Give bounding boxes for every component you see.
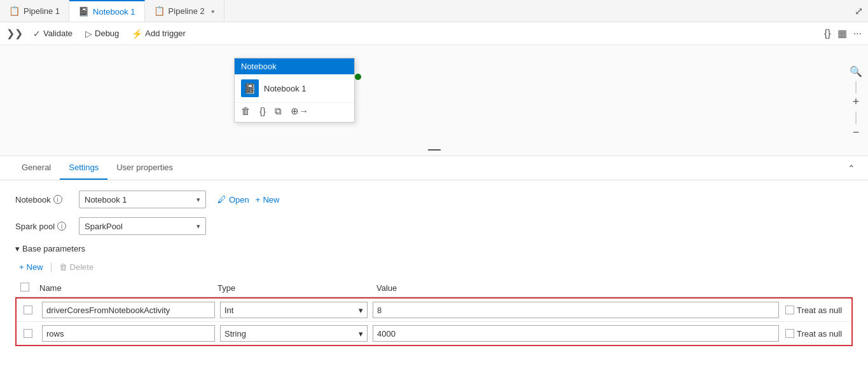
- collapse-panel-button[interactable]: ⌃: [848, 163, 855, 173]
- row1-type-chevron: ▾: [359, 306, 363, 315]
- delete-param-button[interactable]: 🗑 Delete: [55, 261, 98, 273]
- delete-param-label: Delete: [70, 262, 94, 272]
- tab-general-label: General: [22, 163, 51, 172]
- notebook-select-chevron: ▾: [196, 196, 200, 204]
- popup-header: Notebook: [235, 58, 354, 74]
- params-table: Name Type Value: [15, 279, 853, 297]
- row1-treat-null-checkbox[interactable]: [785, 306, 794, 314]
- validate-button[interactable]: ✓ Validate: [28, 26, 78, 41]
- tab-bar-actions: ⤢: [855, 5, 868, 17]
- toolbar: ❯❯ ✓ Validate ▷ Debug ⚡ Add trigger {} ▦…: [0, 22, 868, 45]
- tab-user-properties[interactable]: User properties: [107, 156, 182, 180]
- spark-pool-info-icon[interactable]: i: [57, 222, 66, 231]
- popup-notebook-name: Notebook 1: [264, 84, 307, 93]
- row1-name-input[interactable]: [42, 302, 215, 318]
- popup-actions: 🗑 {} ⧉ ⊕→: [235, 102, 354, 122]
- search-zoom-icon[interactable]: 🔍: [849, 64, 863, 78]
- base-params-header[interactable]: ▾ Base parameters: [15, 244, 853, 253]
- zoom-minus-icon[interactable]: −: [849, 125, 863, 139]
- row2-treat-null-label: Treat as null: [797, 329, 842, 339]
- restore-icon[interactable]: ⤢: [855, 5, 863, 17]
- row2-type-chevron: ▾: [359, 329, 363, 339]
- open-button[interactable]: 🖊 Open: [217, 194, 249, 205]
- delete-param-icon: 🗑: [59, 262, 67, 272]
- pipeline1-icon: 📋: [9, 6, 20, 16]
- row2-treat-null-checkbox[interactable]: [785, 329, 794, 338]
- zoom-plus-icon[interactable]: +: [849, 95, 863, 109]
- table-row: Int ▾ Treat as null: [17, 299, 851, 322]
- col-header-name: Name: [34, 279, 212, 297]
- notebook1-icon: 📓: [78, 6, 89, 17]
- row2-checkbox[interactable]: [24, 329, 32, 338]
- toolbar-right: {} ▦ ···: [824, 27, 862, 39]
- row1-checkbox[interactable]: [24, 306, 32, 314]
- params-toolbar: + New 🗑 Delete: [15, 261, 853, 273]
- tab-notebook1-label: Notebook 1: [93, 7, 135, 17]
- tab-pipeline2-close[interactable]: ●: [211, 8, 215, 15]
- tab-settings[interactable]: Settings: [60, 156, 107, 180]
- row2-value-input[interactable]: [373, 325, 779, 342]
- row1-type-value: Int: [224, 306, 233, 315]
- row1-value-input[interactable]: [373, 302, 779, 318]
- notebook-label: Notebook i: [15, 195, 72, 205]
- row2-type-value: String: [224, 329, 246, 339]
- row2-type-select[interactable]: String ▾: [220, 325, 368, 342]
- main-area: Notebook 📓 Notebook 1 🗑 {} ⧉ ⊕→ 🔍 | + | …: [0, 45, 868, 376]
- open-icon: 🖊: [217, 194, 226, 205]
- base-params-label: Base parameters: [22, 244, 85, 253]
- tab-pipeline1-label: Pipeline 1: [24, 6, 60, 16]
- row2-treat-null: Treat as null: [785, 329, 848, 339]
- panel-tabs: General Settings User properties ⌃: [0, 156, 868, 180]
- notebook-select-value: Notebook 1: [85, 195, 127, 205]
- new-icon: +: [256, 195, 261, 205]
- col-header-value: Value: [371, 279, 853, 297]
- tab-bar: 📋 Pipeline 1 📓 Notebook 1 📋 Pipeline 2 ●…: [0, 0, 868, 22]
- notebook-popup: Notebook 📓 Notebook 1 🗑 {} ⧉ ⊕→: [234, 58, 355, 123]
- trigger-icon: ⚡: [132, 29, 142, 39]
- table-row: String ▾ Treat as null: [17, 322, 851, 345]
- popup-header-label: Notebook: [241, 62, 277, 71]
- validate-icon: ✓: [33, 29, 41, 39]
- canvas-area: Notebook 📓 Notebook 1 🗑 {} ⧉ ⊕→ 🔍 | + | …: [0, 45, 868, 156]
- code-popup-icon[interactable]: {}: [259, 105, 266, 117]
- add-trigger-label: Add trigger: [145, 29, 186, 38]
- row1-type-select[interactable]: Int ▾: [220, 302, 368, 318]
- notebook-info-icon[interactable]: i: [53, 195, 62, 204]
- new-label: New: [263, 195, 279, 205]
- grid-icon[interactable]: ▦: [837, 27, 847, 39]
- code-icon[interactable]: {}: [824, 28, 831, 39]
- row2-name-input[interactable]: [42, 325, 215, 342]
- tab-pipeline2[interactable]: 📋 Pipeline 2 ●: [145, 0, 224, 22]
- pipeline2-icon: 📋: [154, 6, 165, 16]
- base-params-collapse-icon: ▾: [15, 244, 20, 253]
- select-all-checkbox[interactable]: [20, 283, 29, 292]
- collapse-handle[interactable]: [428, 149, 441, 151]
- more-icon[interactable]: ···: [853, 28, 862, 39]
- tab-notebook1[interactable]: 📓 Notebook 1: [69, 0, 145, 22]
- row1-treat-null: Treat as null: [785, 306, 848, 315]
- copy-popup-icon[interactable]: ⧉: [275, 105, 282, 117]
- col-header-type: Type: [212, 279, 371, 297]
- debug-icon: ▷: [85, 29, 92, 39]
- tab-pipeline2-label: Pipeline 2: [169, 6, 205, 16]
- debug-button[interactable]: ▷ Debug: [80, 26, 124, 41]
- notebook-form-row: Notebook i Notebook 1 ▾ 🖊 Open + New: [15, 191, 853, 208]
- spark-pool-select-value: SparkPool: [85, 222, 123, 231]
- new-notebook-button[interactable]: + New: [256, 195, 280, 205]
- new-param-icon: +: [19, 262, 24, 272]
- tab-general[interactable]: General: [13, 156, 60, 180]
- tab-settings-label: Settings: [69, 163, 99, 172]
- new-param-button[interactable]: + New: [15, 261, 47, 273]
- notebook-box-icon: 📓: [241, 79, 259, 97]
- delete-popup-icon[interactable]: 🗑: [241, 105, 251, 117]
- expand-icon[interactable]: ❯❯: [6, 27, 23, 39]
- notebook-select[interactable]: Notebook 1 ▾: [79, 191, 206, 208]
- spark-pool-label: Spark pool i: [15, 222, 72, 231]
- spark-pool-select[interactable]: SparkPool ▾: [79, 217, 206, 235]
- tab-pipeline1[interactable]: 📋 Pipeline 1: [0, 0, 69, 22]
- zoom-controls: 🔍 | + | −: [849, 64, 863, 139]
- connect-popup-icon[interactable]: ⊕→: [291, 105, 308, 117]
- add-trigger-button[interactable]: ⚡ Add trigger: [127, 26, 191, 41]
- validate-label: Validate: [43, 29, 72, 38]
- bottom-panel: General Settings User properties ⌃ Noteb…: [0, 156, 868, 376]
